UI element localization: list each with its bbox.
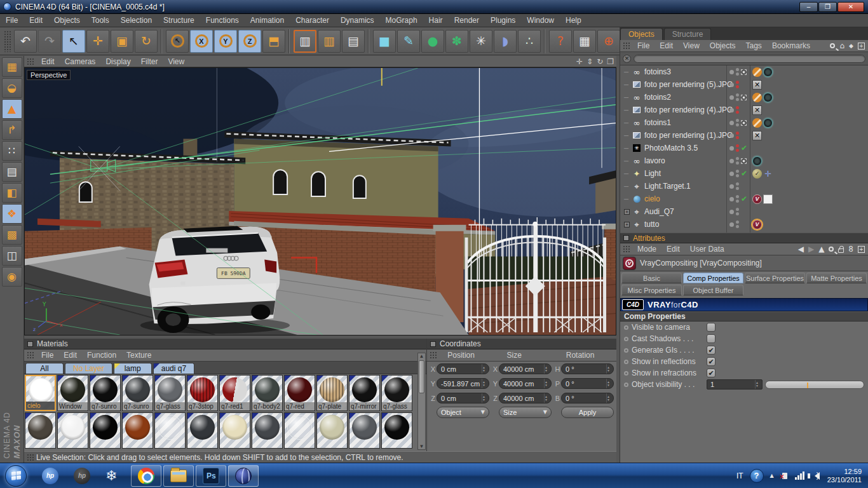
- back-icon[interactable]: ◀: [798, 245, 804, 253]
- menu-plugins[interactable]: Plugins: [485, 14, 521, 27]
- material-thumb-q7-sunro[interactable]: q7-sunro: [90, 375, 121, 411]
- anim-dot-icon[interactable]: [624, 337, 628, 341]
- menu-tools[interactable]: Tools: [86, 14, 115, 27]
- viewport-menu-filter[interactable]: Filter: [136, 57, 163, 66]
- vis-dot[interactable]: [736, 111, 739, 114]
- apply-button[interactable]: Apply: [561, 407, 614, 418]
- tab-object-buffer[interactable]: Object Buffer: [683, 285, 743, 295]
- deformer-button[interactable]: ✳: [470, 30, 492, 53]
- search-icon[interactable]: [829, 247, 834, 252]
- layer-dot[interactable]: [729, 222, 734, 227]
- material-thumb-q7-mirror[interactable]: q7-mirror: [349, 375, 380, 411]
- layer-dot[interactable]: [729, 184, 734, 189]
- snap-button[interactable]: ◉: [2, 267, 22, 287]
- path-icon[interactable]: ◆: [849, 43, 853, 49]
- layer-tab-audi-q7[interactable]: audi q7: [153, 363, 194, 374]
- spinner-icon[interactable]: ▲ ▼: [544, 379, 551, 388]
- network-disconnected-icon[interactable]: ✕: [780, 471, 789, 480]
- objects-menu-edit[interactable]: Edit: [654, 41, 678, 50]
- vis-dot[interactable]: [736, 174, 739, 177]
- show-hidden-icons[interactable]: ▲: [770, 473, 774, 478]
- vis-dot[interactable]: [736, 208, 739, 211]
- tab-comp-properties[interactable]: Comp Properties: [683, 273, 743, 283]
- vis-dot[interactable]: [736, 106, 739, 109]
- lock-z-button[interactable]: Z: [238, 30, 261, 53]
- spinner-icon[interactable]: ▲ ▼: [606, 364, 613, 374]
- primitive-cube-button[interactable]: ■: [373, 30, 396, 53]
- layer-dot[interactable]: [729, 70, 734, 74]
- menu-mograph[interactable]: MoGraph: [380, 14, 423, 27]
- model-mode-button[interactable]: ▲: [2, 99, 22, 119]
- object-row-light-target-1[interactable]: ─⌖Light.Target.1: [620, 180, 868, 193]
- attributes-menu-edit[interactable]: Edit: [661, 245, 685, 254]
- spinner-icon[interactable]: ▲ ▼: [482, 379, 489, 388]
- vray-light-tag-icon[interactable]: ✓: [752, 169, 762, 179]
- camera-calibrator-tag-icon[interactable]: [763, 118, 773, 128]
- render-view-button[interactable]: ▥: [294, 30, 316, 53]
- help-tray-icon[interactable]: ?: [750, 469, 764, 483]
- vis-dot[interactable]: [736, 68, 739, 71]
- cinema4d-taskbar-button[interactable]: [228, 465, 259, 487]
- anim-dot-icon[interactable]: [624, 360, 628, 364]
- object-row-foto-per-rendering-1-jpg[interactable]: ─foto per rendering (1).JPG✕: [620, 129, 868, 142]
- menu-edit[interactable]: Edit: [24, 14, 48, 27]
- coord-field-size-x[interactable]: 40000 cm▲ ▼: [499, 363, 552, 374]
- lock-x-button[interactable]: X: [190, 30, 213, 53]
- vis-dot[interactable]: [736, 220, 739, 224]
- material-thumb-cielo[interactable]: cielo: [25, 375, 56, 411]
- photoshop-taskbar-button[interactable]: Ps: [196, 465, 226, 487]
- target-expression-tag-icon[interactable]: ✛: [763, 169, 773, 179]
- vis-dot[interactable]: [736, 195, 739, 198]
- pan-icon[interactable]: ✛: [576, 58, 583, 65]
- compositing-tag-icon[interactable]: [763, 194, 773, 204]
- visibility-dots[interactable]: [736, 93, 739, 101]
- array-button[interactable]: ✽: [445, 30, 468, 53]
- object-row-fotoins2[interactable]: ─∞fotoins2: [620, 91, 868, 104]
- menu-character[interactable]: Character: [290, 14, 335, 27]
- coordinates-grip[interactable]: [429, 351, 437, 360]
- objects-menu-view[interactable]: View: [678, 41, 705, 50]
- camera-calibrator-tag-icon[interactable]: [763, 67, 773, 77]
- expand-icon[interactable]: +: [624, 209, 630, 215]
- disable-tag-icon[interactable]: [752, 93, 762, 102]
- language-indicator[interactable]: IT: [736, 471, 743, 480]
- material-thumb[interactable]: [122, 412, 153, 449]
- property-checkbox[interactable]: ✔: [707, 346, 715, 355]
- material-thumb[interactable]: [25, 412, 56, 449]
- texture-x-tag-icon[interactable]: ✕: [752, 105, 762, 115]
- object-row-tutto[interactable]: +⌖tuttoV: [620, 218, 868, 231]
- layer-dot[interactable]: [729, 83, 734, 87]
- rotate-button[interactable]: ↻: [135, 30, 158, 53]
- content-browser-button[interactable]: ⊕: [597, 30, 620, 53]
- material-thumb[interactable]: [252, 412, 283, 449]
- signal-icon[interactable]: [795, 471, 804, 480]
- material-thumb[interactable]: [316, 412, 348, 449]
- material-thumb[interactable]: [187, 412, 218, 449]
- materials-menu-file[interactable]: File: [36, 351, 58, 360]
- objects-menu-file[interactable]: File: [632, 41, 654, 50]
- lock-y-button[interactable]: Y: [214, 30, 237, 53]
- spinner-icon[interactable]: ▲ ▼: [544, 364, 551, 374]
- materials-menu-edit[interactable]: Edit: [58, 351, 82, 360]
- material-thumb-q7-glass[interactable]: q7-glass: [381, 375, 412, 411]
- object-row-foto-per-rendering-4-jpg[interactable]: ─foto per rendering (4).JPG✕: [620, 104, 868, 116]
- viewport-menu-view[interactable]: View: [163, 57, 189, 66]
- object-row-audi-q7[interactable]: +⌖Audi_Q7: [620, 205, 868, 218]
- menu-dynamics[interactable]: Dynamics: [335, 14, 380, 27]
- coord-dropdown-object[interactable]: Object▼: [437, 407, 489, 418]
- visibility-dots[interactable]: [736, 144, 739, 152]
- vis-dot[interactable]: [736, 170, 739, 173]
- points-mode-button[interactable]: ∷: [2, 141, 22, 161]
- materials-menu-function[interactable]: Function: [82, 351, 121, 360]
- visibility-dots[interactable]: [736, 170, 739, 177]
- render-region-button[interactable]: ▥: [318, 30, 341, 53]
- vis-dot[interactable]: [736, 161, 739, 165]
- object-visibility-slider[interactable]: [765, 381, 864, 389]
- menu-objects[interactable]: Objects: [48, 14, 86, 27]
- camera-calibrator-tag-icon[interactable]: [752, 156, 762, 166]
- visibility-dots[interactable]: [736, 81, 739, 88]
- spinner-icon[interactable]: ▲ ▼: [482, 364, 489, 374]
- material-thumb[interactable]: [154, 412, 186, 449]
- forward-icon[interactable]: ▶: [808, 245, 814, 253]
- viewport-grip[interactable]: [26, 57, 34, 66]
